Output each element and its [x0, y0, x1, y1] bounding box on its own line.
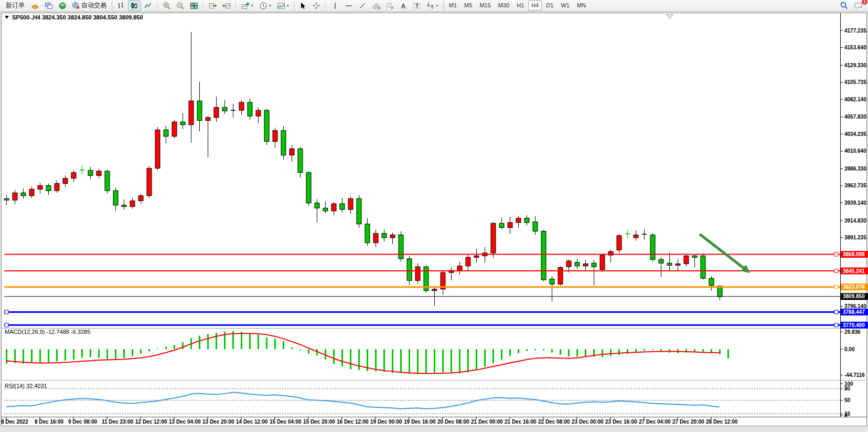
fibonacci-icon: F: [385, 2, 394, 10]
horizontal-line-tool-button[interactable]: [342, 0, 355, 11]
crosshair-tool-button[interactable]: [310, 0, 323, 11]
text-tool-button[interactable]: A: [397, 0, 410, 11]
zoom-in-icon: [163, 2, 171, 10]
gold-stack-icon: [31, 2, 39, 10]
autotrading-globe-icon: [72, 2, 80, 10]
dropdown-caret-icon[interactable]: ▼: [251, 4, 254, 7]
svg-text:E: E: [378, 6, 380, 10]
notification-badge: 1: [861, 0, 868, 5]
arrows-tool-button[interactable]: ▼: [424, 0, 441, 11]
add-indicator-icon: [241, 2, 250, 10]
toolbar-separator: [235, 2, 237, 10]
auto-scroll-icon: [209, 2, 217, 10]
toolbar-grip[interactable]: [293, 2, 295, 10]
zoom-in-button[interactable]: [160, 0, 173, 11]
search-button[interactable]: [838, 0, 851, 11]
tile-windows-icon: [190, 2, 198, 10]
timeframe-w1-button[interactable]: W1: [558, 1, 573, 10]
toolbar-grip[interactable]: [443, 2, 444, 10]
periods-button[interactable]: ▼: [257, 0, 274, 11]
candlestick-mode-button[interactable]: [128, 0, 141, 11]
toolbar-grip[interactable]: [111, 2, 113, 10]
crosshair-icon: [312, 2, 320, 10]
chart-ohlc-values: 3824.350 3824.850 3804.550 3809.850: [42, 14, 143, 20]
dropdown-caret-icon[interactable]: ▼: [436, 4, 439, 7]
macd-indicator-label: MACD(12,26,9) -12.7488 -6.3285: [5, 329, 90, 335]
clock-icon: [259, 2, 267, 10]
chart-shift-button[interactable]: [220, 0, 233, 11]
charts-profile-button[interactable]: [29, 0, 41, 11]
toolbar-right-group: 1: [837, 0, 866, 11]
line-chart-icon: [144, 2, 152, 10]
market-watch-icon: [45, 2, 53, 10]
timeframe-m1-button[interactable]: M1: [446, 1, 460, 10]
timeframe-m5-button[interactable]: M5: [461, 1, 475, 10]
navigator-button[interactable]: [56, 0, 69, 11]
trendline-icon: [358, 2, 367, 10]
notifications-button[interactable]: 1: [852, 0, 865, 11]
rsi-indicator-label: RSI(14) 32.4031: [5, 383, 47, 389]
timeframe-group: M1M5M15M30H1H4D1W1MN: [445, 1, 590, 10]
price-axis[interactable]: [841, 13, 868, 417]
label-tool-button[interactable]: T: [411, 0, 423, 11]
ohlc-bars-icon: [116, 2, 125, 10]
tile-windows-button[interactable]: [188, 0, 200, 11]
autotrading-button[interactable]: 自动交易: [70, 0, 110, 11]
timeframe-h1-button[interactable]: H1: [513, 1, 527, 10]
market-watch-button[interactable]: [42, 0, 55, 11]
bar-chart-mode-button[interactable]: [114, 0, 127, 11]
trendline-tool-button[interactable]: [356, 0, 369, 11]
time-axis[interactable]: [0, 417, 839, 427]
new-order-button[interactable]: 新订单: [3, 0, 28, 11]
main-toolbar: 新订单 自动交易: [0, 0, 868, 12]
chart-shift-icon: [222, 2, 231, 10]
text-tool-icon: A: [399, 2, 408, 10]
svg-text:T: T: [415, 3, 419, 8]
timeframe-d1-button[interactable]: D1: [543, 1, 556, 10]
zoom-out-button[interactable]: [174, 0, 187, 11]
zoom-out-icon: [176, 2, 185, 10]
chart-title: SP500-,H4 3824.350 3824.850 3804.550 380…: [12, 14, 143, 20]
svg-text:F: F: [391, 6, 393, 10]
timeframe-mn-button[interactable]: MN: [574, 1, 589, 10]
chart-symbol-period: SP500-,H4: [12, 14, 40, 20]
horizontal-line-icon: [345, 2, 353, 10]
toolbar-separator: [157, 2, 158, 10]
autotrading-label: 自动交易: [81, 1, 106, 10]
navigator-icon: [58, 2, 67, 10]
indicators-button[interactable]: ▼: [239, 0, 256, 11]
toolbar-separator: [203, 2, 204, 10]
fibonacci-tool-button[interactable]: F: [383, 0, 396, 11]
auto-scroll-button[interactable]: [207, 0, 219, 11]
search-icon: [840, 1, 849, 10]
cursor-arrow-icon: [298, 2, 307, 10]
vertical-line-tool-button[interactable]: [329, 0, 341, 11]
line-chart-mode-button[interactable]: [142, 0, 154, 11]
chart-canvas[interactable]: 4177.2354153.6404129.3304105.7354082.140…: [0, 0, 868, 432]
equidistant-channel-icon: E: [372, 2, 380, 10]
templates-button[interactable]: ▼: [275, 0, 292, 11]
template-icon: [277, 2, 285, 10]
arrows-icon: [426, 2, 435, 10]
toolbar-separator: [325, 2, 326, 10]
one-click-trading-toggle[interactable]: [5, 16, 9, 19]
cursor-tool-button[interactable]: [296, 0, 309, 11]
svg-text:A: A: [401, 2, 406, 9]
label-tool-icon: T: [413, 2, 421, 10]
dropdown-caret-icon[interactable]: ▼: [286, 4, 290, 7]
dropdown-caret-icon[interactable]: ▼: [269, 4, 272, 7]
candlestick-icon: [130, 2, 138, 10]
timeframe-h4-button[interactable]: H4: [528, 1, 542, 10]
timeframe-m30-button[interactable]: M30: [495, 1, 512, 10]
vertical-line-icon: [331, 2, 339, 10]
new-order-label: 新订单: [6, 1, 25, 10]
timeframe-m15-button[interactable]: M15: [476, 1, 494, 10]
channel-tool-button[interactable]: E: [370, 0, 382, 11]
